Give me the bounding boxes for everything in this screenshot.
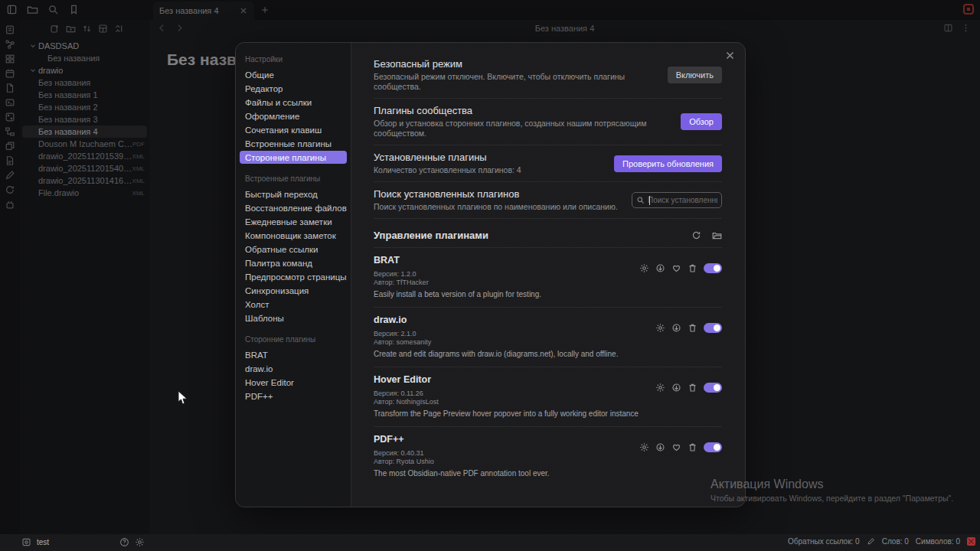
nav-item-note-composer[interactable]: Компоновщик заметок (236, 229, 351, 242)
nav-item-templates[interactable]: Шаблоны (236, 311, 351, 324)
plugin-desc: Easily install a beta version of a plugi… (374, 290, 722, 298)
plugin-author: Автор: Ryota Ushio (374, 458, 722, 466)
setting-name: Плагины сообщества (374, 105, 671, 116)
search-icon (636, 196, 645, 204)
nav-item-files-links[interactable]: Файлы и ссылки (236, 96, 351, 109)
update-icon[interactable] (671, 323, 681, 333)
gear-icon[interactable] (639, 263, 649, 273)
recorder-stop-icon[interactable] (967, 537, 975, 546)
nav-item-appearance[interactable]: Оформление (236, 109, 351, 122)
nav-section-header: Сторонние плагины (236, 335, 351, 344)
char-count: Символов: 0 (916, 537, 960, 546)
nav-item-sync[interactable]: Синхронизация (236, 284, 351, 297)
heart-icon[interactable] (671, 442, 681, 452)
nav-item-quick-switcher[interactable]: Быстрый переход (236, 187, 351, 201)
setting-desc: Поиск установленных плагинов по наименов… (374, 202, 622, 212)
edit-mode-icon[interactable] (867, 537, 875, 546)
trash-icon[interactable] (688, 323, 697, 333)
plugin-search-input[interactable] (648, 196, 717, 204)
nav-item-daily-notes[interactable]: Ежедневные заметки (236, 215, 351, 228)
enable-safe-mode-button[interactable]: Включить (668, 67, 722, 83)
vault-name: test (37, 538, 49, 546)
setting-desc: Безопасный режим отключен. Включите, что… (374, 72, 658, 92)
manage-plugins-header: Управление плагинами (374, 219, 722, 247)
setting-safe-mode: Безопасный режим Безопасный режим отключ… (374, 52, 722, 99)
nav-item-brat[interactable]: BRAT (236, 348, 351, 361)
nav-item-pdfpp[interactable]: PDF++ (236, 390, 351, 403)
check-updates-button[interactable]: Проверить обновления (614, 155, 722, 172)
update-icon[interactable] (671, 383, 681, 393)
plugin-author: Автор: TfTHacker (374, 279, 722, 287)
plugin-item-drawio: draw.io Версия: 2.1.0 Автор: somesanity … (374, 307, 722, 367)
nav-item-editor[interactable]: Редактор (236, 82, 351, 95)
settings-content: Безопасный режим Безопасный режим отключ… (351, 43, 745, 507)
nav-item-hover-editor[interactable]: Hover Editor (236, 376, 351, 389)
setting-name: Безопасный режим (374, 58, 658, 70)
setting-desc: Обзор и установка сторонних плагинов, со… (374, 119, 671, 139)
nav-item-file-recovery[interactable]: Восстановление файлов (236, 201, 351, 214)
trash-icon[interactable] (688, 263, 697, 273)
reload-plugins-icon[interactable] (691, 230, 701, 240)
nav-item-backlinks[interactable]: Обратные ссылки (236, 243, 351, 256)
settings-nav: Настройки Общие Редактор Файлы и ссылки … (236, 43, 351, 507)
setting-installed-plugins: Установленные плагины Количество установ… (374, 145, 722, 182)
manage-plugins-heading: Управление плагинами (374, 230, 691, 241)
browse-plugins-button[interactable]: Обзор (681, 113, 722, 130)
update-icon[interactable] (655, 442, 665, 452)
settings-modal: Настройки Общие Редактор Файлы и ссылки … (235, 42, 746, 507)
nav-item-canvas[interactable]: Холст (236, 298, 351, 311)
gear-icon[interactable] (655, 323, 665, 333)
open-plugins-folder-icon[interactable] (712, 230, 722, 240)
nav-section-header: Встроенные плагины (236, 174, 351, 183)
gear-icon[interactable] (639, 442, 649, 452)
plugin-item-brat: BRAT Версия: 1.2.0 Автор: TfTHacker Easi… (374, 247, 722, 307)
vault-icon (21, 537, 31, 547)
nav-section-header: Настройки (236, 55, 351, 64)
setting-desc: Количество установленных плагинов: 4 (374, 165, 605, 175)
help-icon[interactable] (119, 537, 129, 547)
nav-item-command-palette[interactable]: Палитра команд (236, 256, 351, 269)
plugin-toggle-on[interactable] (704, 442, 722, 452)
update-icon[interactable] (655, 263, 665, 273)
setting-name: Поиск установленных плагинов (374, 188, 622, 200)
gear-icon[interactable] (655, 383, 665, 393)
setting-community-plugins: Плагины сообщества Обзор и установка сто… (374, 99, 722, 145)
plugin-item-pdfpp: PDF++ Версия: 0.40.31 Автор: Ryota Ushio… (374, 426, 722, 486)
plugin-author: Автор: NothingIsLost (374, 398, 722, 406)
nav-item-drawio[interactable]: draw.io (236, 362, 351, 375)
nav-item-general[interactable]: Общие (236, 68, 351, 81)
nav-item-page-preview[interactable]: Предпросмотр страницы (236, 270, 351, 283)
nav-item-core-plugins[interactable]: Встроенные плагины (236, 137, 351, 150)
plugin-toggle-on[interactable] (704, 263, 722, 273)
text-caret (649, 196, 650, 205)
nav-item-community-plugins[interactable]: Сторонние плагины (240, 151, 347, 164)
plugin-author: Автор: somesanity (374, 338, 722, 347)
nav-item-hotkeys[interactable]: Сочетания клавиш (236, 123, 351, 136)
setting-search-plugins: Поиск установленных плагинов Поиск устан… (374, 182, 722, 219)
plugin-item-hover-editor: Hover Editor Версия: 0.11.26 Автор: Noth… (374, 367, 722, 426)
setting-name: Установленные плагины (374, 152, 605, 163)
gear-icon[interactable] (135, 537, 145, 547)
plugin-desc: Transform the Page Preview hover popover… (374, 409, 722, 418)
plugin-toggle-on[interactable] (704, 323, 722, 333)
word-count: Слов: 0 (882, 537, 909, 546)
vault-switcher[interactable]: test (21, 537, 49, 547)
plugin-toggle-on[interactable] (704, 383, 722, 393)
backlinks-count[interactable]: Обратных ссылок: 0 (788, 537, 860, 546)
trash-icon[interactable] (688, 442, 697, 452)
plugin-desc: The most Obsidian-native PDF annotation … (374, 469, 722, 478)
status-bar: test Обратных ссылок: 0 Слов: 0 Символов… (0, 534, 980, 551)
trash-icon[interactable] (688, 383, 697, 393)
plugin-search-box[interactable] (632, 192, 722, 208)
plugin-desc: Create and edit diagrams with draw.io (d… (374, 350, 722, 358)
heart-icon[interactable] (671, 263, 681, 273)
